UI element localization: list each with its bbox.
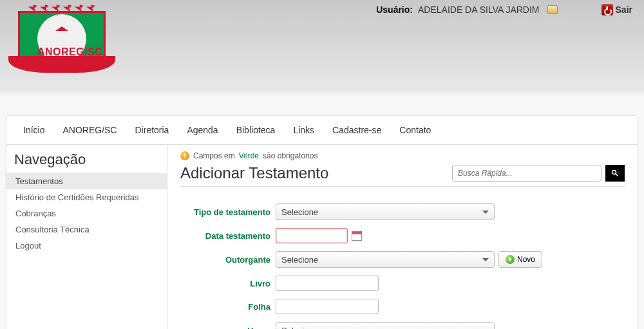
hint-green: Verde bbox=[239, 151, 259, 160]
user-card-icon bbox=[547, 5, 558, 14]
select-verso[interactable]: Selecione bbox=[276, 322, 495, 329]
user-label: Usuário: bbox=[376, 5, 413, 15]
sidebar-title: Navegação bbox=[6, 151, 167, 173]
select-tipo-value: Selecione bbox=[281, 207, 318, 217]
nav-inicio[interactable]: Início bbox=[23, 125, 44, 135]
nav-contato[interactable]: Contato bbox=[399, 125, 431, 135]
user-name: ADELAIDE DA SILVA JARDIM bbox=[418, 5, 540, 15]
select-outorgante-value: Selecione bbox=[281, 255, 318, 265]
chevron-down-icon bbox=[482, 258, 489, 261]
nav-links[interactable]: Links bbox=[293, 125, 314, 135]
svg-line-1 bbox=[616, 174, 618, 176]
label-folha: Folha bbox=[180, 302, 270, 312]
power-icon bbox=[601, 4, 613, 15]
hint-suffix: são obrigatórios bbox=[263, 151, 317, 160]
input-data[interactable] bbox=[276, 228, 348, 243]
search-icon bbox=[611, 169, 619, 177]
plus-icon: + bbox=[506, 255, 515, 264]
nav-biblioteca[interactable]: Biblioteca bbox=[236, 125, 276, 135]
label-tipo: Tipo de testamento bbox=[180, 207, 270, 217]
hint-prefix: Campos em bbox=[193, 151, 235, 160]
select-outorgante[interactable]: Selecione bbox=[276, 251, 495, 268]
search-input[interactable] bbox=[452, 165, 601, 182]
search-button[interactable] bbox=[605, 165, 625, 182]
warning-icon: ! bbox=[180, 151, 189, 160]
logout-button[interactable]: Sair bbox=[601, 4, 632, 15]
sidebar-item-testamentos[interactable]: Testamentos bbox=[6, 173, 167, 189]
label-data: Data testamento bbox=[180, 231, 270, 241]
label-livro: Livro bbox=[180, 279, 270, 288]
logout-label: Sair bbox=[616, 5, 632, 15]
calendar-icon[interactable] bbox=[352, 231, 362, 241]
chevron-down-icon bbox=[482, 211, 489, 214]
sidebar-item-historico[interactable]: Histório de Certidões Requeridas bbox=[6, 189, 167, 205]
input-livro[interactable] bbox=[276, 276, 379, 291]
sidebar-item-cobrancas[interactable]: Cobranças bbox=[6, 205, 167, 221]
label-verso: Verso bbox=[180, 326, 270, 330]
novo-label: Novo bbox=[517, 255, 535, 264]
nav-agenda[interactable]: Agenda bbox=[187, 125, 218, 135]
logo: ANOREG/SC bbox=[18, 6, 106, 66]
nav-cadastre[interactable]: Cadastre-se bbox=[332, 125, 381, 135]
svg-point-0 bbox=[612, 171, 616, 174]
sidebar-item-logout[interactable]: Logout bbox=[6, 238, 167, 254]
input-folha[interactable] bbox=[276, 299, 379, 314]
nav-anoreg[interactable]: ANOREG/SC bbox=[62, 125, 117, 135]
sidebar: Navegação Testamentos Histório de Certid… bbox=[6, 145, 167, 329]
novo-button[interactable]: + Novo bbox=[498, 251, 542, 268]
nav-diretoria[interactable]: Diretoria bbox=[135, 125, 169, 135]
main-nav: Início ANOREG/SC Diretoria Agenda Biblio… bbox=[6, 116, 638, 145]
sidebar-item-consultoria[interactable]: Consultoria Técnica bbox=[6, 221, 167, 238]
page-title: Adicionar Testamento bbox=[180, 164, 328, 182]
select-verso-value: Selecione bbox=[281, 326, 318, 330]
label-outorgante: Outorgante bbox=[180, 255, 270, 265]
select-tipo[interactable]: Selecione bbox=[276, 203, 495, 220]
